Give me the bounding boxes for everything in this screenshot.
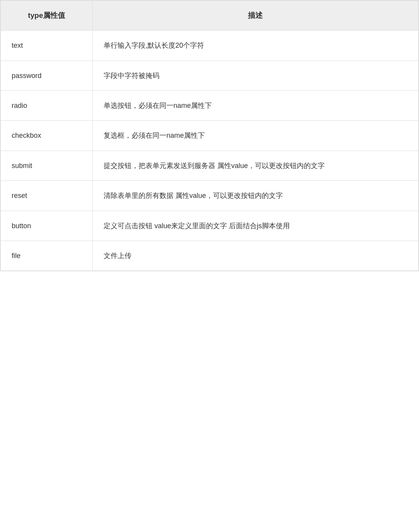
cell-type-1: password	[1, 61, 93, 90]
cell-desc-2: 单选按钮，必须在同一name属性下	[92, 91, 418, 121]
table-row: button定义可点击按钮 value来定义里面的文字 后面结合js脚本使用	[1, 211, 419, 241]
main-table-container: type属性值 描述 text单行输入字段,默认长度20个字符password字…	[0, 0, 419, 271]
table-row: radio单选按钮，必须在同一name属性下	[1, 91, 419, 121]
table-row: password字段中字符被掩码	[1, 61, 419, 90]
cell-type-6: button	[1, 211, 93, 241]
type-attribute-table: type属性值 描述 text单行输入字段,默认长度20个字符password字…	[0, 0, 419, 271]
col-header-desc: 描述	[92, 1, 418, 31]
cell-desc-0: 单行输入字段,默认长度20个字符	[92, 31, 418, 61]
cell-type-5: reset	[1, 181, 93, 211]
cell-type-4: submit	[1, 151, 93, 180]
table-row: text单行输入字段,默认长度20个字符	[1, 31, 419, 61]
cell-desc-5: 清除表单里的所有数据 属性value，可以更改按钮内的文字	[92, 181, 418, 211]
table-row: reset清除表单里的所有数据 属性value，可以更改按钮内的文字	[1, 181, 419, 211]
table-row: submit提交按钮，把表单元素发送到服务器 属性value，可以更改按钮内的文…	[1, 151, 419, 180]
cell-desc-7: 文件上传	[92, 241, 418, 271]
col-header-type: type属性值	[1, 1, 93, 31]
table-header: type属性值 描述	[1, 1, 419, 31]
cell-desc-1: 字段中字符被掩码	[92, 61, 418, 90]
table-body: text单行输入字段,默认长度20个字符password字段中字符被掩码radi…	[1, 31, 419, 271]
cell-type-7: file	[1, 241, 93, 271]
cell-desc-4: 提交按钮，把表单元素发送到服务器 属性value，可以更改按钮内的文字	[92, 151, 418, 180]
cell-type-2: radio	[1, 91, 93, 121]
cell-desc-3: 复选框，必须在同一name属性下	[92, 121, 418, 151]
cell-type-0: text	[1, 31, 93, 61]
header-row: type属性值 描述	[1, 1, 419, 31]
table-row: file文件上传	[1, 241, 419, 271]
cell-type-3: checkbox	[1, 121, 93, 151]
cell-desc-6: 定义可点击按钮 value来定义里面的文字 后面结合js脚本使用	[92, 211, 418, 241]
table-row: checkbox复选框，必须在同一name属性下	[1, 121, 419, 151]
